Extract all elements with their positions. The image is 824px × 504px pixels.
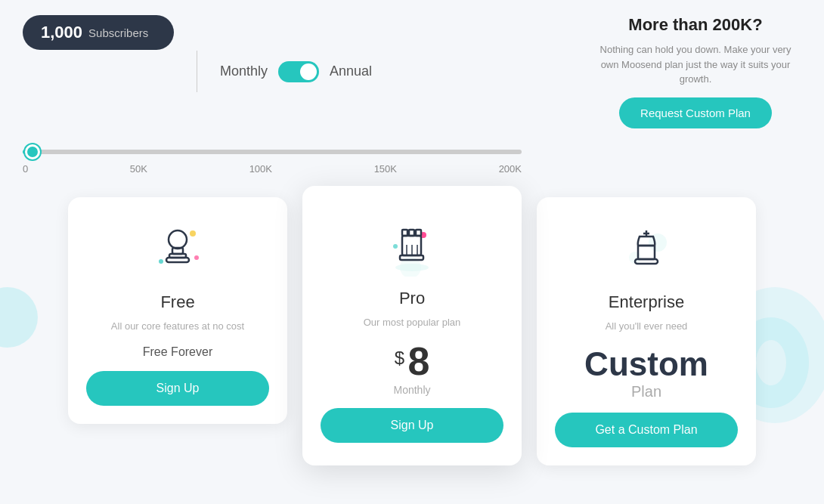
monthly-label: Monthly: [220, 63, 268, 79]
svg-point-2: [194, 255, 199, 260]
page-wrapper: 1,000 Subscribers Monthly Annual More th…: [0, 0, 824, 504]
pro-plan-card: Pro Our most popular plan $ 8 Monthly Si…: [302, 186, 522, 465]
pro-signup-button[interactable]: Sign Up: [321, 408, 503, 443]
subscriber-badge: 1,000 Subscribers: [23, 15, 174, 50]
pro-plan-description: Our most popular plan: [321, 316, 503, 329]
custom-panel-description: Nothing can hold you down. Make your ver…: [590, 42, 801, 87]
billing-toggle: Monthly Annual: [220, 61, 372, 82]
enterprise-plan-description: All you'll ever need: [555, 320, 738, 333]
slider-section: 0 50K 100K 150K 200K: [0, 128, 824, 175]
custom-panel-title: More than 200K?: [590, 15, 801, 35]
pro-plan-name: Pro: [321, 289, 503, 308]
custom-plan-panel: More than 200K? Nothing can hold you dow…: [590, 15, 801, 128]
pro-price-symbol: $: [395, 348, 404, 369]
slider-track-wrapper: [23, 144, 801, 157]
slider-label-0: 0: [23, 163, 28, 175]
enterprise-price-sub: Plan: [555, 383, 738, 400]
slider-labels: 0 50K 100K 150K 200K: [23, 163, 522, 175]
free-signup-button[interactable]: Sign Up: [86, 371, 269, 406]
slider-label-50k: 50K: [130, 163, 147, 175]
subscriber-count: 1,000: [41, 23, 82, 42]
pro-plan-price: $ 8: [321, 342, 503, 381]
subscriber-label: Subscribers: [88, 26, 148, 39]
svg-point-1: [159, 259, 163, 264]
enterprise-plan-card: Enterprise All you'll ever need Custom P…: [537, 197, 756, 465]
free-plan-card: Free All our core features at no cost Fr…: [68, 197, 287, 424]
billing-toggle-switch[interactable]: [278, 61, 319, 82]
enterprise-plan-name: Enterprise: [555, 292, 738, 312]
pro-price-period: Monthly: [321, 384, 503, 396]
slider-label-150k: 150K: [374, 163, 397, 175]
enterprise-price-text: Custom: [555, 345, 738, 383]
free-plan-icon: [147, 220, 208, 280]
subscribers-slider[interactable]: [23, 150, 522, 154]
free-plan-name: Free: [86, 292, 269, 312]
slider-label-200k: 200K: [499, 163, 522, 175]
svg-rect-6: [166, 258, 189, 262]
pro-plan-icon: [382, 216, 442, 277]
vertical-divider: [197, 51, 197, 92]
svg-point-10: [393, 244, 398, 249]
pro-price-amount: 8: [407, 339, 429, 383]
free-plan-description: All our core features at no cost: [86, 320, 269, 333]
top-section: 1,000 Subscribers Monthly Annual More th…: [0, 0, 824, 128]
request-custom-plan-button[interactable]: Request Custom Plan: [619, 97, 772, 128]
free-plan-cta: Free Forever: [86, 345, 269, 359]
slider-label-100k: 100K: [249, 163, 272, 175]
enterprise-plan-icon: [616, 220, 677, 280]
svg-point-3: [169, 230, 187, 249]
svg-point-0: [190, 230, 196, 237]
pricing-cards-section: Free All our core features at no cost Fr…: [0, 175, 824, 465]
enterprise-custom-plan-button[interactable]: Get a Custom Plan: [555, 413, 738, 447]
annual-label: Annual: [330, 63, 372, 79]
